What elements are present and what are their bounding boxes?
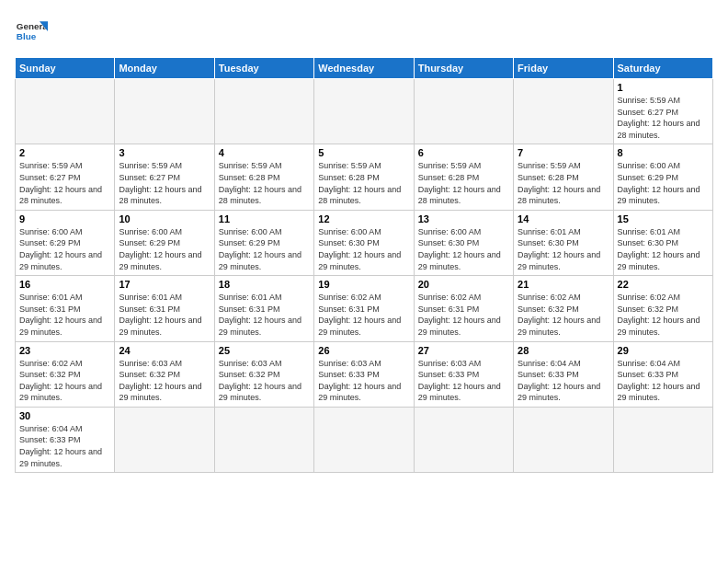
calendar-day: 12Sunrise: 6:00 AM Sunset: 6:30 PM Dayli… bbox=[314, 210, 414, 275]
calendar-day: 29Sunrise: 6:04 AM Sunset: 6:33 PM Dayli… bbox=[613, 341, 712, 407]
day-number: 5 bbox=[318, 147, 409, 158]
calendar-week-1: 1Sunrise: 5:59 AM Sunset: 6:27 PM Daylig… bbox=[16, 79, 713, 144]
day-info: Sunrise: 5:59 AM Sunset: 6:28 PM Dayligh… bbox=[518, 160, 609, 206]
calendar-day: 19Sunrise: 6:02 AM Sunset: 6:31 PM Dayli… bbox=[314, 276, 414, 341]
day-number: 28 bbox=[518, 345, 609, 356]
day-info: Sunrise: 6:00 AM Sunset: 6:30 PM Dayligh… bbox=[318, 226, 409, 272]
day-number: 2 bbox=[19, 147, 110, 158]
calendar-day: 14Sunrise: 6:01 AM Sunset: 6:30 PM Dayli… bbox=[514, 210, 613, 275]
day-number: 6 bbox=[418, 147, 509, 158]
day-number: 19 bbox=[318, 279, 409, 290]
calendar-day: 5Sunrise: 5:59 AM Sunset: 6:28 PM Daylig… bbox=[314, 144, 414, 210]
day-info: Sunrise: 6:01 AM Sunset: 6:30 PM Dayligh… bbox=[618, 226, 709, 272]
day-info: Sunrise: 6:02 AM Sunset: 6:31 PM Dayligh… bbox=[418, 292, 509, 338]
day-info: Sunrise: 5:59 AM Sunset: 6:28 PM Dayligh… bbox=[418, 160, 509, 206]
day-info: Sunrise: 6:00 AM Sunset: 6:29 PM Dayligh… bbox=[219, 226, 310, 272]
day-number: 23 bbox=[19, 345, 110, 356]
calendar-day: 11Sunrise: 6:00 AM Sunset: 6:29 PM Dayli… bbox=[214, 210, 313, 275]
calendar-day: 8Sunrise: 6:00 AM Sunset: 6:29 PM Daylig… bbox=[613, 144, 712, 210]
day-number: 12 bbox=[318, 213, 409, 224]
calendar-day: 6Sunrise: 5:59 AM Sunset: 6:28 PM Daylig… bbox=[414, 144, 513, 210]
calendar-day: 23Sunrise: 6:02 AM Sunset: 6:32 PM Dayli… bbox=[16, 341, 115, 407]
day-number: 22 bbox=[618, 279, 709, 290]
day-header-thursday: Thursday bbox=[414, 58, 513, 79]
day-info: Sunrise: 6:01 AM Sunset: 6:31 PM Dayligh… bbox=[119, 292, 210, 338]
day-info: Sunrise: 6:04 AM Sunset: 6:33 PM Dayligh… bbox=[19, 423, 110, 469]
day-info: Sunrise: 6:01 AM Sunset: 6:30 PM Dayligh… bbox=[518, 226, 609, 272]
day-header-friday: Friday bbox=[514, 58, 613, 79]
logo-icon: General Blue bbox=[15, 15, 48, 48]
day-number: 15 bbox=[618, 213, 709, 224]
day-info: Sunrise: 6:00 AM Sunset: 6:29 PM Dayligh… bbox=[19, 226, 110, 272]
day-number: 24 bbox=[119, 345, 210, 356]
day-info: Sunrise: 6:02 AM Sunset: 6:32 PM Dayligh… bbox=[19, 358, 110, 404]
calendar-day: 27Sunrise: 6:03 AM Sunset: 6:33 PM Dayli… bbox=[414, 341, 513, 407]
calendar-day: 30Sunrise: 6:04 AM Sunset: 6:33 PM Dayli… bbox=[16, 407, 115, 472]
day-number: 4 bbox=[219, 147, 310, 158]
day-number: 14 bbox=[518, 213, 609, 224]
calendar-header-row: SundayMondayTuesdayWednesdayThursdayFrid… bbox=[16, 58, 713, 79]
day-number: 16 bbox=[19, 279, 110, 290]
calendar-day bbox=[16, 79, 115, 144]
day-number: 10 bbox=[119, 213, 210, 224]
svg-text:Blue: Blue bbox=[17, 31, 37, 41]
calendar-day: 26Sunrise: 6:03 AM Sunset: 6:33 PM Dayli… bbox=[314, 341, 414, 407]
day-number: 17 bbox=[119, 279, 210, 290]
day-number: 7 bbox=[518, 147, 609, 158]
calendar-day bbox=[214, 407, 313, 472]
calendar-day: 18Sunrise: 6:01 AM Sunset: 6:31 PM Dayli… bbox=[214, 276, 313, 341]
day-info: Sunrise: 6:04 AM Sunset: 6:33 PM Dayligh… bbox=[518, 358, 609, 404]
day-info: Sunrise: 5:59 AM Sunset: 6:27 PM Dayligh… bbox=[19, 160, 110, 206]
day-header-sunday: Sunday bbox=[16, 58, 115, 79]
day-header-tuesday: Tuesday bbox=[214, 58, 313, 79]
day-info: Sunrise: 6:00 AM Sunset: 6:29 PM Dayligh… bbox=[618, 160, 709, 206]
calendar-week-6: 30Sunrise: 6:04 AM Sunset: 6:33 PM Dayli… bbox=[16, 407, 713, 472]
day-info: Sunrise: 6:03 AM Sunset: 6:33 PM Dayligh… bbox=[318, 358, 409, 404]
day-info: Sunrise: 5:59 AM Sunset: 6:27 PM Dayligh… bbox=[119, 160, 210, 206]
day-info: Sunrise: 6:02 AM Sunset: 6:32 PM Dayligh… bbox=[618, 292, 709, 338]
day-number: 26 bbox=[318, 345, 409, 356]
calendar-day bbox=[414, 407, 513, 472]
day-info: Sunrise: 6:02 AM Sunset: 6:31 PM Dayligh… bbox=[318, 292, 409, 338]
calendar-day bbox=[115, 407, 214, 472]
day-info: Sunrise: 5:59 AM Sunset: 6:27 PM Dayligh… bbox=[618, 95, 709, 141]
calendar-day: 2Sunrise: 5:59 AM Sunset: 6:27 PM Daylig… bbox=[16, 144, 115, 210]
day-number: 1 bbox=[618, 82, 709, 93]
day-info: Sunrise: 5:59 AM Sunset: 6:28 PM Dayligh… bbox=[219, 160, 310, 206]
day-info: Sunrise: 6:04 AM Sunset: 6:33 PM Dayligh… bbox=[618, 358, 709, 404]
calendar-day: 1Sunrise: 5:59 AM Sunset: 6:27 PM Daylig… bbox=[613, 79, 712, 144]
day-number: 27 bbox=[418, 345, 509, 356]
calendar-day: 20Sunrise: 6:02 AM Sunset: 6:31 PM Dayli… bbox=[414, 276, 513, 341]
day-number: 8 bbox=[618, 147, 709, 158]
day-info: Sunrise: 6:03 AM Sunset: 6:32 PM Dayligh… bbox=[219, 358, 310, 404]
calendar-day: 9Sunrise: 6:00 AM Sunset: 6:29 PM Daylig… bbox=[16, 210, 115, 275]
day-info: Sunrise: 6:00 AM Sunset: 6:29 PM Dayligh… bbox=[119, 226, 210, 272]
day-info: Sunrise: 6:01 AM Sunset: 6:31 PM Dayligh… bbox=[19, 292, 110, 338]
calendar-day: 4Sunrise: 5:59 AM Sunset: 6:28 PM Daylig… bbox=[214, 144, 313, 210]
calendar-day: 21Sunrise: 6:02 AM Sunset: 6:32 PM Dayli… bbox=[514, 276, 613, 341]
day-number: 11 bbox=[219, 213, 310, 224]
calendar-day: 3Sunrise: 5:59 AM Sunset: 6:27 PM Daylig… bbox=[115, 144, 214, 210]
day-number: 18 bbox=[219, 279, 310, 290]
day-number: 13 bbox=[418, 213, 509, 224]
calendar-day: 25Sunrise: 6:03 AM Sunset: 6:32 PM Dayli… bbox=[214, 341, 313, 407]
calendar-day bbox=[514, 79, 613, 144]
day-info: Sunrise: 6:00 AM Sunset: 6:30 PM Dayligh… bbox=[418, 226, 509, 272]
day-info: Sunrise: 5:59 AM Sunset: 6:28 PM Dayligh… bbox=[318, 160, 409, 206]
page-header: General Blue bbox=[15, 15, 713, 48]
day-info: Sunrise: 6:03 AM Sunset: 6:33 PM Dayligh… bbox=[418, 358, 509, 404]
day-number: 21 bbox=[518, 279, 609, 290]
day-number: 29 bbox=[618, 345, 709, 356]
day-number: 20 bbox=[418, 279, 509, 290]
day-info: Sunrise: 6:01 AM Sunset: 6:31 PM Dayligh… bbox=[219, 292, 310, 338]
calendar-day: 24Sunrise: 6:03 AM Sunset: 6:32 PM Dayli… bbox=[115, 341, 214, 407]
calendar-day: 15Sunrise: 6:01 AM Sunset: 6:30 PM Dayli… bbox=[613, 210, 712, 275]
calendar-week-3: 9Sunrise: 6:00 AM Sunset: 6:29 PM Daylig… bbox=[16, 210, 713, 275]
day-header-monday: Monday bbox=[115, 58, 214, 79]
day-number: 30 bbox=[19, 410, 110, 421]
calendar-day: 13Sunrise: 6:00 AM Sunset: 6:30 PM Dayli… bbox=[414, 210, 513, 275]
day-info: Sunrise: 6:03 AM Sunset: 6:32 PM Dayligh… bbox=[119, 358, 210, 404]
calendar-day: 17Sunrise: 6:01 AM Sunset: 6:31 PM Dayli… bbox=[115, 276, 214, 341]
day-number: 25 bbox=[219, 345, 310, 356]
calendar-week-4: 16Sunrise: 6:01 AM Sunset: 6:31 PM Dayli… bbox=[16, 276, 713, 341]
